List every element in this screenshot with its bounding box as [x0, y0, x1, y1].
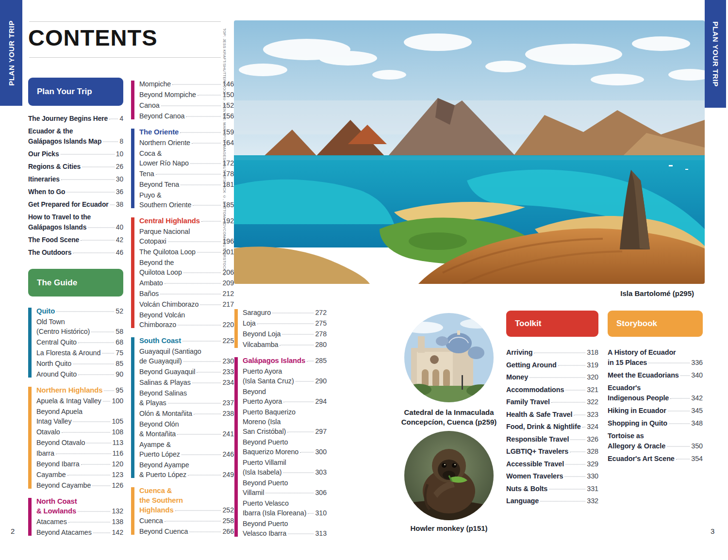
toc-entry-label: Women Travelers	[506, 471, 563, 481]
toc-entry-page: 36	[116, 187, 123, 197]
toc-entry-page: 345	[691, 406, 703, 416]
toc-entry-label: Mompiche	[139, 79, 171, 89]
toc-entry: The Journey Begins Here4	[28, 114, 123, 124]
toc-entry-page: 294	[315, 396, 327, 406]
toc-entry: Accommodations321	[506, 385, 598, 395]
toc-entry-label: (Isla Isabela)	[243, 467, 281, 477]
toc-entry-page: 328	[587, 446, 598, 457]
leader-dots	[549, 489, 585, 489]
title-rule-bottom	[29, 57, 221, 58]
toc-entry-label: When to Go	[28, 187, 65, 197]
toc-entry-page: 209	[222, 278, 234, 288]
toc-entry-page: 329	[587, 459, 598, 469]
toc-entry-page: 100	[112, 396, 123, 406]
toc-entry: Get Prepared for Ecuador38	[28, 199, 123, 210]
leader-dots	[156, 174, 221, 175]
leader-dots	[194, 414, 221, 414]
leader-dots	[183, 362, 221, 362]
toc-entry-label: the Southern	[139, 495, 183, 505]
toc-entry-label: Accommodations	[506, 385, 564, 395]
leader-dots	[67, 475, 111, 476]
toc-entry-label: Beyond Puerto	[243, 478, 288, 488]
toc-entry: Cayambe123	[36, 470, 123, 479]
toc-entry: The Outdoors46	[28, 247, 123, 258]
toc-entry-label: Highlands	[139, 505, 174, 515]
toc-entry: Beyond Loja278	[243, 329, 327, 339]
toc-entry-page: 68	[116, 337, 123, 347]
toc-entry: Beyond Canoa156	[139, 111, 234, 121]
toc-entry-label: Baquerizo Moreno	[243, 447, 298, 457]
section-color-bar	[131, 487, 134, 535]
leader-dots	[186, 116, 221, 117]
toc-entry: Women Travelers330	[506, 471, 598, 481]
leader-dots	[283, 473, 314, 473]
toc-entry: Northern Oriente164	[139, 138, 234, 148]
toc-entry-label: Indigenous People	[608, 393, 669, 403]
toc-entry: Central Quito68	[36, 337, 123, 347]
toc-entry-label: Meet the Ecuadorians	[608, 370, 679, 380]
leader-dots	[574, 414, 585, 415]
toc-entry-label: LGBTIQ+ Travelers	[506, 446, 568, 457]
toc-entry-label: Beyond Cuenca	[139, 527, 188, 536]
section-color-bar	[131, 129, 134, 208]
toc-entry-page: 275	[315, 318, 327, 328]
toc-entry-label: Beyond Guayaquil	[139, 367, 195, 377]
leader-dots	[182, 455, 221, 455]
toc-entry-label: Central Highlands	[139, 216, 200, 226]
toc-entry-page: 108	[112, 427, 123, 437]
toc-entry: Canoa152	[139, 100, 234, 110]
toc-entry: Beyond Ibarra120	[36, 459, 123, 469]
howler-monkey-illustration	[404, 431, 494, 520]
leader-dots	[66, 192, 114, 193]
toc-entry-page: 217	[222, 299, 234, 309]
leader-dots	[296, 381, 314, 382]
leader-dots	[183, 273, 221, 273]
toc-entry: A History of Ecuadorin 15 Places336	[608, 347, 703, 368]
toc-column-1: Plan Your Trip The Journey Begins Here4E…	[28, 78, 123, 544]
toc-entry-page: 38	[116, 199, 123, 210]
leader-dots	[78, 511, 110, 512]
leader-dots	[82, 167, 115, 167]
toc-entry-page: 138	[112, 517, 123, 527]
leader-dots	[88, 228, 115, 228]
leader-dots	[165, 521, 221, 522]
toc-entry: Quito52	[36, 306, 123, 316]
toc-entry: Guayaquil (Santiagode Guayaquil)230	[139, 346, 234, 366]
leader-dots	[68, 522, 111, 523]
toc-entry-label: & Playas	[139, 398, 166, 408]
toc-entry: Puerto VelascoIbarra (Isla Floreana)310	[243, 498, 327, 518]
toc-entry-label: Apuela & Intag Valley	[36, 396, 101, 406]
toc-entry: Saraguro272	[243, 308, 327, 317]
toc-entry-page: 342	[691, 393, 703, 403]
toc-entry: Olón & Montañita238	[139, 409, 234, 418]
toc-entry: Cuenca258	[139, 516, 234, 526]
section-color-bar	[234, 357, 238, 537]
toc-entry-label: in 15 Places	[608, 358, 647, 368]
cathedral-caption: Catedral de la Inmaculada Concepcíon, Cu…	[383, 408, 514, 427]
toc-entry-page: 340	[691, 370, 703, 380]
toc-entry: Volcán Chimborazo217	[139, 299, 234, 309]
toc-entry-page: 26	[116, 162, 123, 172]
toc-entry: Beyond Mompiche150	[139, 90, 234, 99]
toc-entry-label: Vilcabamba	[243, 340, 278, 349]
toc-entry: La Floresta & Around75	[36, 348, 123, 358]
toc-entry: North Quito85	[36, 359, 123, 368]
toc-block: Mompiche146Beyond Mompiche150Canoa152Bey…	[131, 79, 234, 121]
toc-entry-label: North Quito	[36, 359, 71, 368]
toc-entry-label: Ambato	[139, 278, 163, 288]
leader-dots	[565, 464, 585, 464]
leader-dots	[168, 403, 221, 404]
toc-entry-label: Velasco Ibarra	[243, 528, 286, 538]
toc-entry: Responsible Travel326	[506, 434, 598, 445]
toc-entry-label: Salinas & Playas	[139, 378, 191, 387]
leader-dots	[676, 459, 690, 460]
leader-dots	[570, 439, 585, 440]
leader-dots	[648, 363, 690, 363]
toc-entry-page: 233	[222, 367, 234, 377]
leader-dots	[81, 464, 111, 465]
toc-entry: Beyond PuertoVillamil306	[243, 478, 327, 497]
toc-entry: Old Town(Centro Histórico)58	[36, 317, 123, 336]
section-color-bar	[234, 309, 238, 348]
toc-entry: Ayampe &Puerto López246	[139, 440, 234, 459]
leader-dots	[160, 294, 221, 295]
